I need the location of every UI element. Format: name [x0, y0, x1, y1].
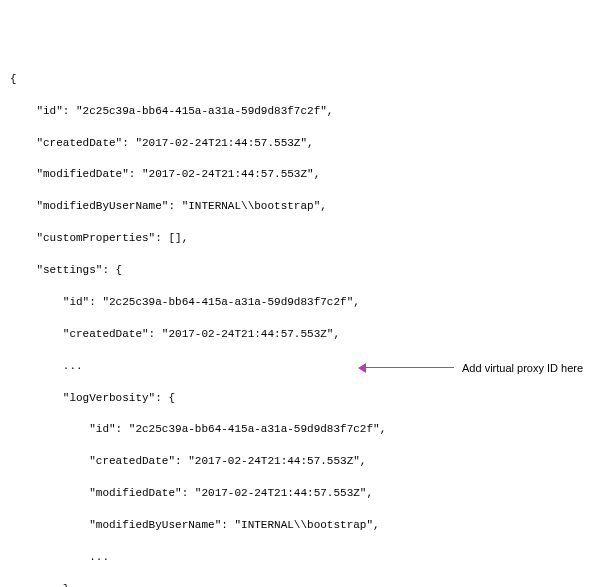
callout-arrowhead-icon [358, 363, 366, 373]
code-line: ... [10, 550, 600, 566]
code-line: "modifiedByUserName": "INTERNAL\\bootstr… [10, 199, 600, 215]
code-line: "modifiedByUserName": "INTERNAL\\bootstr… [10, 518, 600, 534]
callout-arrow-line [363, 367, 454, 369]
code-line: "createdDate": "2017-02-24T21:44:57.553Z… [10, 454, 600, 470]
code-line: "id": "2c25c39a-bb64-415a-a31a-59d9d83f7… [10, 104, 600, 120]
code-annotation-figure: { "id": "2c25c39a-bb64-415a-a31a-59d9d83… [10, 56, 600, 587]
code-line: }, [10, 582, 600, 587]
code-line: "customProperties": [], [10, 231, 600, 247]
code-line: "createdDate": "2017-02-24T21:44:57.553Z… [10, 136, 600, 152]
callout-label: Add virtual proxy ID here [462, 361, 583, 377]
code-line: "settings": { [10, 263, 600, 279]
code-line: "id": "2c25c39a-bb64-415a-a31a-59d9d83f7… [10, 422, 600, 438]
code-line: "modifiedDate": "2017-02-24T21:44:57.553… [10, 486, 600, 502]
code-line: "logVerbosity": { [10, 391, 600, 407]
code-line: "id": "2c25c39a-bb64-415a-a31a-59d9d83f7… [10, 295, 600, 311]
code-line: { [10, 72, 600, 88]
code-line: "modifiedDate": "2017-02-24T21:44:57.553… [10, 167, 600, 183]
code-line: "createdDate": "2017-02-24T21:44:57.553Z… [10, 327, 600, 343]
